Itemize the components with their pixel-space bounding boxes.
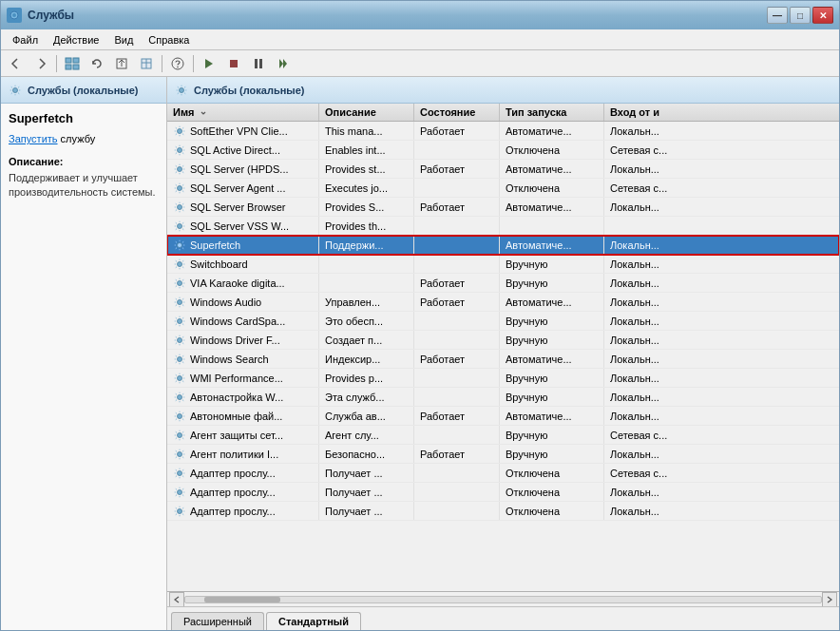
service-desc-cell: Executes jo... <box>319 179 414 197</box>
link-suffix: службу <box>58 133 96 144</box>
table-row[interactable]: SQL Active Direct...Enables int...Отключ… <box>167 141 839 160</box>
tab-standard[interactable]: Стандартный <box>266 612 361 630</box>
minimize-button[interactable]: — <box>767 7 788 24</box>
service-name-text: Windows Audio <box>190 296 261 308</box>
gear-icon <box>173 239 186 252</box>
left-panel-title: Службы (локальные) <box>28 85 139 96</box>
col-startup[interactable]: Тип запуска <box>500 104 604 121</box>
toolbar-back-button[interactable] <box>5 53 28 74</box>
table-row[interactable]: SuperfetchПоддержи...Автоматиче...Локаль… <box>167 236 839 255</box>
service-login-cell: Сетевая с... <box>604 426 690 444</box>
service-desc-cell: Это обесп... <box>319 312 414 330</box>
table-row[interactable]: Windows SearchИндексир...РаботаетАвтомат… <box>167 350 839 369</box>
svg-marker-17 <box>279 59 283 68</box>
title-bar: Службы — □ ✕ <box>1 1 839 29</box>
table-row[interactable]: Агент защиты сет...Агент слу...ВручнуюСе… <box>167 426 839 445</box>
svg-point-27 <box>178 242 182 247</box>
table-row[interactable]: Windows AudioУправлен...РаботаетАвтомати… <box>167 293 839 312</box>
col-name[interactable]: Имя <box>167 104 319 121</box>
toolbar-pause-button[interactable] <box>247 53 270 74</box>
table-row[interactable]: SoftEther VPN Clie...This mana...Работае… <box>167 122 839 141</box>
service-name-cell: Windows Search <box>167 350 319 368</box>
maximize-button[interactable]: □ <box>790 7 811 24</box>
service-name-text: SoftEther VPN Clie... <box>190 125 288 137</box>
service-startup-cell: Вручную <box>500 331 604 349</box>
gear-icon <box>173 334 186 347</box>
service-status-cell: Работает <box>414 350 500 368</box>
service-login-cell: Сетевая с... <box>604 464 690 482</box>
selected-service-name: Superfetch <box>9 111 159 125</box>
toolbar-show-button[interactable] <box>61 53 84 74</box>
svg-point-19 <box>13 87 18 92</box>
menu-action[interactable]: Действие <box>46 32 106 48</box>
table-row[interactable]: SQL Server BrowserProvides S...РаботаетА… <box>167 198 839 217</box>
gear-icon <box>173 143 186 157</box>
tab-extended[interactable]: Расширенный <box>171 612 264 630</box>
menu-help[interactable]: Справка <box>141 32 197 48</box>
h-scroll-track[interactable] <box>184 596 822 603</box>
table-row[interactable]: SQL Server (HPDS...Provides st...Работае… <box>167 160 839 179</box>
col-login[interactable]: Вход от и <box>604 104 690 121</box>
service-login-cell: Локальн... <box>604 445 690 463</box>
svg-point-35 <box>178 394 182 399</box>
toolbar-list-button[interactable] <box>135 53 158 74</box>
service-status-cell: Работает <box>414 198 500 216</box>
table-row[interactable]: Windows CardSpa...Это обесп...ВручнуюЛок… <box>167 312 839 331</box>
start-service-link[interactable]: Запустить <box>9 133 58 144</box>
table-row[interactable]: Агент политики I...Безопасно...РаботаетВ… <box>167 445 839 464</box>
table-row[interactable]: Автонастройка W...Эта служб...ВручнуюЛок… <box>167 388 839 407</box>
svg-rect-2 <box>66 58 71 63</box>
menu-view[interactable]: Вид <box>106 32 141 48</box>
service-status-cell <box>414 255 500 273</box>
service-name-text: SQL Server VSS W... <box>190 220 289 232</box>
table-row[interactable]: SwitchboardВручнуюЛокальн... <box>167 255 839 274</box>
table-row[interactable]: Windows Driver F...Создает п...ВручнуюЛо… <box>167 331 839 350</box>
table-row[interactable]: SQL Server VSS W...Provides th... <box>167 217 839 236</box>
toolbar-help-icon[interactable] <box>166 53 189 74</box>
h-scroll-thumb[interactable] <box>204 597 280 602</box>
toolbar-refresh-button[interactable] <box>86 53 108 74</box>
svg-point-22 <box>178 147 182 152</box>
scroll-left-button[interactable] <box>169 592 184 607</box>
services-table[interactable]: Имя Описание Состояние Тип запуска Вход … <box>167 104 839 591</box>
service-startup-cell: Вручную <box>500 274 604 292</box>
table-row[interactable]: Адаптер прослу...Получает ...ОтключенаЛо… <box>167 502 839 521</box>
service-status-cell: Работает <box>414 407 500 425</box>
svg-point-21 <box>178 128 182 133</box>
table-row[interactable]: Адаптер прослу...Получает ...ОтключенаЛо… <box>167 483 839 502</box>
content-area: Службы (локальные) Superfetch Запустить … <box>1 77 839 630</box>
right-panel-icon <box>175 84 188 97</box>
table-row[interactable]: Автономные фай...Служба ав...РаботаетАвт… <box>167 407 839 426</box>
svg-rect-5 <box>73 65 79 69</box>
col-status[interactable]: Состояние <box>414 104 500 121</box>
table-row[interactable]: VIA Karaoke digita...РаботаетВручнуюЛока… <box>167 274 839 293</box>
horizontal-scrollbar[interactable] <box>167 591 839 606</box>
col-desc[interactable]: Описание <box>319 104 414 121</box>
service-desc-cell <box>319 274 414 292</box>
svg-point-32 <box>178 337 182 342</box>
table-row[interactable]: Адаптер прослу...Получает ...ОтключенаСе… <box>167 464 839 483</box>
table-row[interactable]: SQL Server Agent ...Executes jo...Отключ… <box>167 179 839 198</box>
service-login-cell: Локальн... <box>604 388 690 406</box>
menu-file[interactable]: Файл <box>5 32 46 48</box>
svg-point-29 <box>178 280 182 285</box>
service-name-cell: Автономные фай... <box>167 407 319 425</box>
table-row[interactable]: WMI Performance...Provides p...ВручнуюЛо… <box>167 369 839 388</box>
service-status-cell <box>414 179 500 197</box>
service-startup-cell: Отключена <box>500 483 604 501</box>
gear-icon <box>173 486 186 499</box>
svg-point-31 <box>178 318 182 323</box>
toolbar-separator-3 <box>193 55 194 72</box>
svg-marker-13 <box>205 59 213 68</box>
service-desc-cell: This mana... <box>319 122 414 140</box>
scroll-right-button[interactable] <box>822 592 837 607</box>
toolbar-stop-button[interactable] <box>222 53 245 74</box>
service-name-text: Адаптер прослу... <box>190 487 276 498</box>
close-button[interactable]: ✕ <box>812 7 833 24</box>
toolbar-forward-button[interactable] <box>29 53 52 74</box>
table-header: Имя Описание Состояние Тип запуска Вход … <box>167 104 839 122</box>
toolbar-play-button[interactable] <box>198 53 220 74</box>
service-login-cell: Сетевая с... <box>604 179 690 197</box>
toolbar-restart-button[interactable] <box>272 53 295 74</box>
toolbar-export-button[interactable] <box>110 53 133 74</box>
